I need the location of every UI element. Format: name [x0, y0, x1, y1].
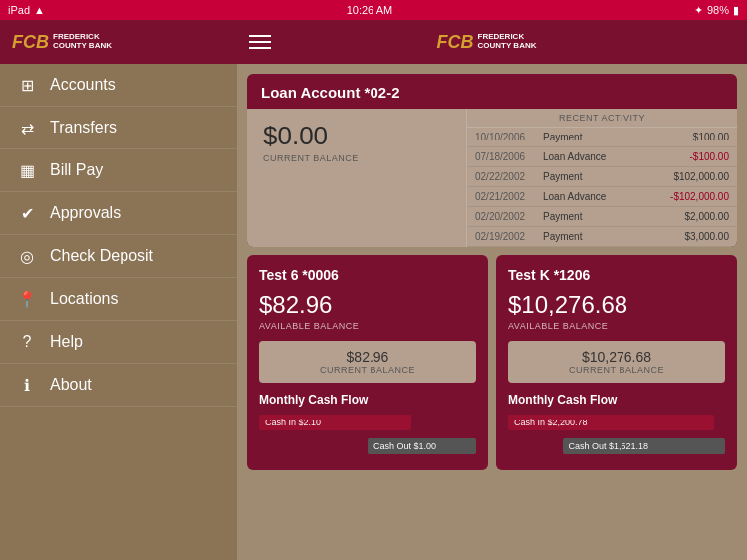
account-cards-row: Test 6 *0006 $82.96 AVAILABLE BALANCE $8… [247, 255, 737, 470]
loan-activity-section: RECENT ACTIVITY 10/10/2006 Payment $100.… [466, 109, 737, 247]
current-balance-label-1: CURRENT BALANCE [518, 365, 715, 375]
transfers-icon: ⇄ [16, 117, 38, 139]
activity-amount-negative: -$102,000.00 [670, 191, 729, 202]
activity-date: 02/19/2002 [475, 231, 543, 242]
monthly-cash-flow-label-0: Monthly Cash Flow [259, 393, 476, 407]
activity-date: 02/20/2002 [475, 211, 543, 222]
bill-pay-icon: ▦ [16, 159, 38, 181]
bill-pay-label: Bill Pay [50, 161, 103, 179]
activity-row: 10/10/2006 Payment $100.00 [467, 128, 737, 147]
current-balance-amount-0: $82.96 [269, 349, 466, 365]
bluetooth-icon: ✦ [694, 4, 703, 17]
loan-card-body: $0.00 CURRENT BALANCE RECENT ACTIVITY 10… [247, 109, 737, 247]
activity-amount: $2,000.00 [685, 211, 730, 222]
header-logo: FCB FREDERICK COUNTY BANK [437, 32, 548, 53]
cash-in-bar-container-1: Cash In $2,200.78 [508, 415, 725, 430]
account-card-title-0: Test 6 *0006 [259, 267, 476, 283]
battery-icon: ▮ [733, 4, 739, 17]
activity-amount: $102,000.00 [673, 171, 729, 182]
about-label: About [50, 376, 92, 394]
activity-amount-negative: -$100.00 [690, 151, 729, 162]
account-available-1: $10,276.68 [508, 291, 725, 319]
sidebar-item-help[interactable]: ? Help [0, 321, 237, 364]
wifi-icon: ▲ [34, 4, 45, 16]
cash-in-bar-container-0: Cash In $2.10 [259, 415, 476, 430]
cash-out-text-0: Cash Out $1.00 [374, 441, 436, 451]
activity-row: 02/21/2002 Loan Advance -$102,000.00 [467, 187, 737, 207]
activity-amount: $3,000.00 [685, 231, 730, 242]
activity-amount: $100.00 [693, 132, 729, 142]
sidebar-item-check-deposit[interactable]: ◎ Check Deposit [0, 235, 237, 278]
cash-out-bar-0: Cash Out $1.00 [368, 438, 476, 454]
sidebar-nav: ⊞ Accounts ⇄ Transfers ▦ Bill Pay ✔ Appr… [0, 64, 237, 560]
activity-desc: Loan Advance [543, 191, 670, 202]
approvals-label: Approvals [50, 204, 121, 222]
sidebar-header: FCB FREDERICK COUNTY BANK [0, 20, 237, 64]
hamburger-button[interactable] [249, 35, 271, 49]
activity-date: 02/21/2002 [475, 191, 543, 202]
status-bar: iPad ▲ 10:26 AM ✦ 98% ▮ [0, 0, 747, 20]
activity-row: 02/20/2002 Payment $2,000.00 [467, 207, 737, 227]
header-fcb-text: FCB [437, 32, 474, 53]
transfers-label: Transfers [50, 119, 117, 137]
activity-desc: Payment [543, 211, 685, 222]
main-container: FCB FREDERICK COUNTY BANK ⊞ Accounts ⇄ T… [0, 20, 747, 560]
activity-desc: Payment [543, 171, 673, 182]
status-right: ✦ 98% ▮ [694, 4, 739, 17]
activity-desc: Payment [543, 132, 693, 142]
account-available-0: $82.96 [259, 291, 476, 319]
header-bank-name: FREDERICK COUNTY BANK [478, 33, 548, 51]
sidebar-item-bill-pay[interactable]: ▦ Bill Pay [0, 149, 237, 192]
activity-date: 10/10/2006 [475, 132, 543, 142]
cash-in-bar-1: Cash In $2,200.78 [508, 415, 714, 430]
account-available-label-1: AVAILABLE BALANCE [508, 321, 725, 331]
account-card-title-1: Test K *1206 [508, 267, 725, 283]
battery-level: 98% [707, 4, 729, 16]
current-balance-label-0: CURRENT BALANCE [269, 365, 466, 375]
status-time: 10:26 AM [347, 4, 392, 16]
account-available-label-0: AVAILABLE BALANCE [259, 321, 476, 331]
current-balance-box-0: $82.96 CURRENT BALANCE [259, 341, 476, 383]
help-icon: ? [16, 331, 38, 353]
loan-card-title: Loan Account *02-2 [247, 74, 737, 109]
sidebar: FCB FREDERICK COUNTY BANK ⊞ Accounts ⇄ T… [0, 20, 237, 560]
hamburger-line-3 [249, 47, 271, 49]
help-label: Help [50, 333, 83, 351]
sidebar-item-about[interactable]: ℹ About [0, 364, 237, 407]
current-balance-box-1: $10,276.68 CURRENT BALANCE [508, 341, 725, 383]
locations-label: Locations [50, 290, 119, 308]
cash-in-bar-0: Cash In $2.10 [259, 415, 411, 430]
loan-balance-label: CURRENT BALANCE [263, 153, 450, 163]
device-label: iPad [8, 4, 30, 16]
content-area: Loan Account *02-2 $0.00 CURRENT BALANCE… [237, 64, 747, 560]
locations-icon: 📍 [16, 288, 38, 310]
cash-in-text-0: Cash In $2.10 [265, 418, 321, 427]
activity-date: 07/18/2006 [475, 151, 543, 162]
check-deposit-label: Check Deposit [50, 247, 153, 265]
current-balance-amount-1: $10,276.68 [518, 349, 715, 365]
sidebar-bank-name: FREDERICK COUNTY BANK [53, 33, 123, 51]
sidebar-item-locations[interactable]: 📍 Locations [0, 278, 237, 321]
cash-out-bar-container-1: Cash Out $1,521.18 [508, 438, 725, 454]
status-left: iPad ▲ [8, 4, 45, 16]
hamburger-line-2 [249, 41, 271, 43]
cash-out-text-1: Cash Out $1,521.18 [569, 441, 649, 451]
activity-row: 02/19/2002 Payment $3,000.00 [467, 227, 737, 247]
cash-out-bar-container-0: Cash Out $1.00 [259, 438, 476, 454]
monthly-cash-flow-label-1: Monthly Cash Flow [508, 393, 725, 407]
sidebar-item-accounts[interactable]: ⊞ Accounts [0, 64, 237, 107]
sidebar-item-approvals[interactable]: ✔ Approvals [0, 192, 237, 235]
accounts-label: Accounts [50, 76, 116, 94]
sidebar-fcb-text: FCB [12, 32, 49, 53]
about-icon: ℹ [16, 374, 38, 396]
accounts-icon: ⊞ [16, 74, 38, 96]
approvals-icon: ✔ [16, 202, 38, 224]
cash-in-text-1: Cash In $2,200.78 [514, 418, 588, 427]
sidebar-item-transfers[interactable]: ⇄ Transfers [0, 107, 237, 149]
sidebar-logo: FCB FREDERICK COUNTY BANK [12, 32, 123, 53]
cash-out-bar-1: Cash Out $1,521.18 [563, 438, 726, 454]
hamburger-line-1 [249, 35, 271, 37]
activity-row: 07/18/2006 Loan Advance -$100.00 [467, 147, 737, 167]
content-header: FCB FREDERICK COUNTY BANK [237, 20, 747, 64]
loan-account-card: Loan Account *02-2 $0.00 CURRENT BALANCE… [247, 74, 737, 247]
